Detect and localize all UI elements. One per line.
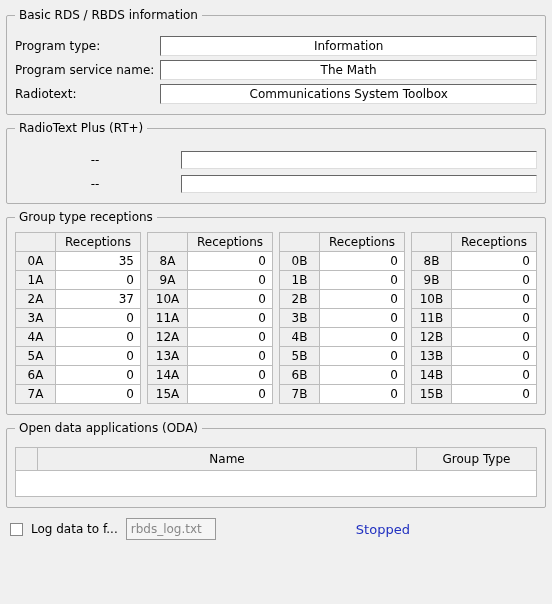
reception-count-cell: 0 xyxy=(188,309,273,328)
reception-count-cell: 0 xyxy=(320,309,405,328)
table-row: 10A0 xyxy=(148,290,273,309)
rtplus-legend: RadioText Plus (RT+) xyxy=(15,121,147,135)
reception-count-cell: 0 xyxy=(188,385,273,404)
service-name-label: Program service name: xyxy=(15,63,154,77)
basic-rds-legend: Basic RDS / RBDS information xyxy=(15,8,202,22)
reception-count-cell: 0 xyxy=(188,290,273,309)
table-row: 7A0 xyxy=(16,385,141,404)
receptions-corner-header xyxy=(148,233,188,252)
group-id-cell: 12B xyxy=(412,328,452,347)
reception-count-cell: 0 xyxy=(320,252,405,271)
group-id-cell: 15B xyxy=(412,385,452,404)
group-id-cell: 3B xyxy=(280,309,320,328)
group-id-cell: 6A xyxy=(16,366,56,385)
reception-count-cell: 0 xyxy=(188,347,273,366)
rtplus-group: RadioText Plus (RT+) -- -- xyxy=(6,121,546,204)
group-id-cell: 8A xyxy=(148,252,188,271)
reception-count-cell: 37 xyxy=(56,290,141,309)
reception-count-cell: 0 xyxy=(452,328,537,347)
table-row: 3B0 xyxy=(280,309,405,328)
group-id-cell: 11A xyxy=(148,309,188,328)
table-row: 15A0 xyxy=(148,385,273,404)
table-row: 4B0 xyxy=(280,328,405,347)
receptions-table-0: Receptions0A351A02A373A04A05A06A07A0 xyxy=(15,232,141,404)
group-id-cell: 9B xyxy=(412,271,452,290)
reception-count-cell: 0 xyxy=(452,271,537,290)
table-row: 0B0 xyxy=(280,252,405,271)
table-row: 14B0 xyxy=(412,366,537,385)
reception-count-cell: 0 xyxy=(188,328,273,347)
basic-rds-group: Basic RDS / RBDS information Program typ… xyxy=(6,8,546,115)
radiotext-value: Communications System Toolbox xyxy=(160,84,537,104)
rtplus-key-1: -- xyxy=(15,177,175,191)
reception-count-cell: 0 xyxy=(320,271,405,290)
log-to-file-checkbox[interactable] xyxy=(10,523,23,536)
log-filename-input[interactable] xyxy=(126,518,216,540)
oda-corner-header xyxy=(16,448,38,471)
table-row: 13A0 xyxy=(148,347,273,366)
receptions-corner-header xyxy=(280,233,320,252)
group-id-cell: 5A xyxy=(16,347,56,366)
group-receptions-legend: Group type receptions xyxy=(15,210,157,224)
oda-grouptype-header: Group Type xyxy=(417,448,537,471)
table-row: 5A0 xyxy=(16,347,141,366)
group-id-cell: 8B xyxy=(412,252,452,271)
receptions-table-2: Receptions0B01B02B03B04B05B06B07B0 xyxy=(279,232,405,404)
reception-count-cell: 0 xyxy=(188,366,273,385)
receptions-header: Receptions xyxy=(56,233,141,252)
group-id-cell: 14A xyxy=(148,366,188,385)
service-name-value: The Math xyxy=(160,60,537,80)
reception-count-cell: 0 xyxy=(320,385,405,404)
rtplus-value-1 xyxy=(181,175,537,193)
reception-count-cell: 0 xyxy=(56,347,141,366)
group-id-cell: 1A xyxy=(16,271,56,290)
group-id-cell: 10A xyxy=(148,290,188,309)
reception-count-cell: 0 xyxy=(56,309,141,328)
table-row: 1A0 xyxy=(16,271,141,290)
table-row: 5B0 xyxy=(280,347,405,366)
table-row: 7B0 xyxy=(280,385,405,404)
group-id-cell: 11B xyxy=(412,309,452,328)
reception-count-cell: 0 xyxy=(320,347,405,366)
group-id-cell: 6B xyxy=(280,366,320,385)
table-row: 0A35 xyxy=(16,252,141,271)
group-id-cell: 0B xyxy=(280,252,320,271)
group-id-cell: 3A xyxy=(16,309,56,328)
group-id-cell: 4A xyxy=(16,328,56,347)
table-row: 2A37 xyxy=(16,290,141,309)
oda-group: Open data applications (ODA) Name Group … xyxy=(6,421,546,508)
table-row: 12B0 xyxy=(412,328,537,347)
receptions-corner-header xyxy=(16,233,56,252)
receptions-header: Receptions xyxy=(452,233,537,252)
group-id-cell: 7B xyxy=(280,385,320,404)
reception-count-cell: 0 xyxy=(56,366,141,385)
group-id-cell: 12A xyxy=(148,328,188,347)
log-to-file-label: Log data to f... xyxy=(31,522,118,536)
receptions-header: Receptions xyxy=(188,233,273,252)
group-id-cell: 2A xyxy=(16,290,56,309)
table-row: 11A0 xyxy=(148,309,273,328)
receptions-table-1: Receptions8A09A010A011A012A013A014A015A0 xyxy=(147,232,273,404)
table-row: 6A0 xyxy=(16,366,141,385)
receptions-header: Receptions xyxy=(320,233,405,252)
rtplus-key-0: -- xyxy=(15,153,175,167)
group-id-cell: 13B xyxy=(412,347,452,366)
reception-count-cell: 0 xyxy=(452,290,537,309)
table-row: 8A0 xyxy=(148,252,273,271)
table-row: 6B0 xyxy=(280,366,405,385)
rtplus-value-0 xyxy=(181,151,537,169)
reception-count-cell: 0 xyxy=(320,290,405,309)
group-receptions-group: Group type receptions Receptions0A351A02… xyxy=(6,210,546,415)
reception-count-cell: 0 xyxy=(452,309,537,328)
reception-count-cell: 0 xyxy=(452,366,537,385)
reception-count-cell: 0 xyxy=(188,252,273,271)
group-id-cell: 10B xyxy=(412,290,452,309)
group-id-cell: 0A xyxy=(16,252,56,271)
group-id-cell: 4B xyxy=(280,328,320,347)
group-id-cell: 9A xyxy=(148,271,188,290)
radiotext-label: Radiotext: xyxy=(15,87,154,101)
status-text: Stopped xyxy=(224,522,542,537)
reception-count-cell: 0 xyxy=(320,366,405,385)
group-id-cell: 2B xyxy=(280,290,320,309)
table-row: 11B0 xyxy=(412,309,537,328)
